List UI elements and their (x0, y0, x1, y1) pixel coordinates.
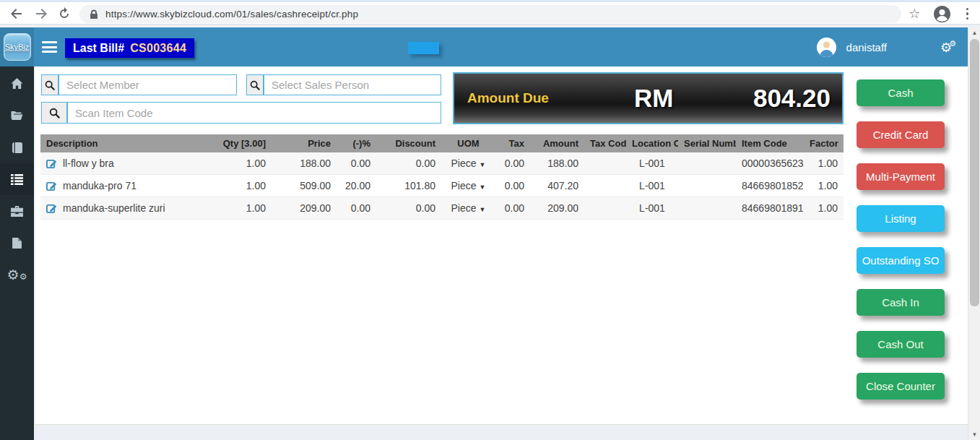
item-location-code: L-001 (626, 197, 678, 220)
scrollbar-thumb[interactable] (970, 39, 979, 306)
caret-down-icon: ▼ (480, 161, 486, 168)
empty-blue-badge[interactable] (408, 42, 439, 54)
book-icon (12, 142, 22, 153)
member-search-button[interactable] (41, 74, 58, 95)
edit-icon[interactable] (46, 181, 57, 191)
scroll-down-icon[interactable]: ▼ (968, 431, 980, 438)
edit-icon[interactable] (46, 203, 57, 214)
item-qty: 1.00 (214, 197, 272, 220)
header-settings-button[interactable]: ⚙ ⚙ (940, 27, 956, 66)
last-bill-badge: Last Bill# CS003644 (65, 38, 194, 58)
credit-card-button[interactable]: Credit Card (857, 121, 945, 148)
app-header: Last Bill# CS003644 danistaff ⚙ ⚙ (34, 27, 968, 66)
item-discount: 101.80 (376, 175, 441, 197)
logo-text: SkyBiz (5, 43, 30, 51)
back-arrow-icon (9, 7, 24, 21)
amount-due-currency: RM (634, 84, 673, 113)
item-factor: 1.00 (804, 175, 844, 197)
sidebar-item-home[interactable] (0, 68, 34, 100)
col-amount: Amount (530, 134, 584, 152)
folder-open-icon (11, 111, 23, 121)
item-code: 846698018527 (736, 175, 804, 197)
uom-dropdown[interactable]: Piece▼ (451, 202, 486, 214)
item-price: 209.00 (272, 197, 337, 220)
item-description: manduka-superlite zuri (63, 202, 165, 214)
scan-item-button[interactable] (41, 102, 67, 124)
search-icon (250, 80, 260, 90)
forward-arrow-icon (34, 7, 48, 21)
scan-item-code-input[interactable] (67, 102, 441, 124)
bookmark-star-icon[interactable]: ☆ (909, 4, 920, 23)
col-qty: Qty [3.00] (214, 134, 272, 152)
table-row: manduka-superlite zuri 1.00 209.00 0.00 … (40, 197, 844, 220)
item-qty: 1.00 (214, 175, 272, 197)
col-tax-code: Tax Code (584, 134, 626, 152)
item-code: 846698018916 (736, 197, 804, 220)
username-label: danistaff (846, 41, 887, 53)
amount-due-panel: Amount Due RM 804.20 (453, 72, 844, 124)
uom-dropdown[interactable]: Piece▼ (451, 180, 486, 191)
uom-dropdown[interactable]: Piece▼ (451, 158, 486, 169)
sidebar-item-reports[interactable] (0, 227, 34, 259)
listing-button[interactable]: Listing (857, 205, 945, 232)
page-scrollbar[interactable]: ▲ ▼ (968, 27, 980, 440)
scroll-up-icon[interactable]: ▲ (968, 30, 980, 36)
sidebar-item-ledger[interactable] (0, 131, 34, 163)
cash-button[interactable]: Cash (857, 79, 945, 106)
browser-menu-icon[interactable] (963, 5, 972, 23)
item-amount: 407.20 (530, 175, 584, 197)
browser-refresh-button[interactable] (55, 4, 74, 23)
col-price: Price (272, 134, 337, 152)
multi-payment-button[interactable]: Multi-Payment (857, 163, 945, 190)
user-area[interactable]: danistaff (817, 27, 887, 66)
item-tax-code (584, 152, 626, 175)
browser-forward-button[interactable] (32, 4, 51, 23)
refresh-icon (58, 7, 71, 20)
item-factor: 1.00 (804, 197, 844, 220)
col-description: Description (40, 134, 214, 152)
search-icon (49, 108, 60, 118)
outstanding-so-button[interactable]: Outstanding SO (857, 247, 945, 274)
amount-due-label: Amount Due (467, 90, 549, 106)
sales-person-search-button[interactable] (246, 74, 264, 95)
hamburger-menu-icon[interactable] (42, 39, 59, 55)
item-amount: 188.00 (530, 152, 584, 175)
last-bill-label: Last Bill# (73, 42, 124, 55)
skybiz-logo[interactable]: SkyBiz (4, 33, 31, 61)
edit-icon[interactable] (46, 158, 57, 169)
sidebar: ⚙⚙ (0, 66, 34, 440)
cash-out-button[interactable]: Cash Out (857, 331, 945, 358)
col-location-code: Location Code (626, 134, 678, 152)
sidebar-item-documents[interactable] (0, 100, 34, 131)
item-factor: 1.00 (804, 152, 844, 175)
close-counter-button[interactable]: Close Counter (857, 373, 945, 400)
item-discount-pct: 20.00 (337, 175, 376, 197)
item-discount-pct: 0.00 (337, 197, 376, 220)
sales-person-input[interactable] (264, 74, 441, 95)
item-qty: 1.00 (214, 152, 272, 175)
col-uom: UOM (441, 134, 495, 152)
browser-controls: ☆ (909, 4, 971, 23)
sidebar-item-sales-list[interactable] (0, 163, 34, 195)
col-factor: Factor (804, 134, 844, 152)
item-serial-number (678, 175, 736, 197)
caret-down-icon: ▼ (480, 184, 486, 191)
browser-back-button[interactable] (7, 4, 26, 23)
item-description: manduka-pro 71 (63, 180, 136, 191)
item-tax-code (584, 197, 626, 220)
gears-icon: ⚙⚙ (7, 267, 27, 282)
item-location-code: L-001 (626, 175, 678, 197)
address-bar[interactable]: https://www.skybizcloud.com/01/sales/cas… (79, 5, 901, 23)
item-code: 000003656234 (736, 152, 804, 175)
item-price: 509.00 (272, 175, 337, 197)
cash-in-button[interactable]: Cash In (857, 289, 945, 316)
browser-profile-icon[interactable] (933, 5, 951, 23)
table-row: ll-flow y bra 1.00 188.00 0.00 0.00 Piec… (40, 152, 844, 175)
item-discount-pct: 0.00 (337, 152, 376, 175)
list-icon (11, 174, 23, 185)
sidebar-item-business[interactable] (0, 195, 34, 227)
table-header-row: Description Qty [3.00] Price (-)% Discou… (40, 134, 844, 152)
amount-due-value: 804.20 (753, 84, 831, 113)
member-input[interactable] (58, 74, 237, 95)
sidebar-item-settings[interactable]: ⚙⚙ (0, 259, 34, 290)
